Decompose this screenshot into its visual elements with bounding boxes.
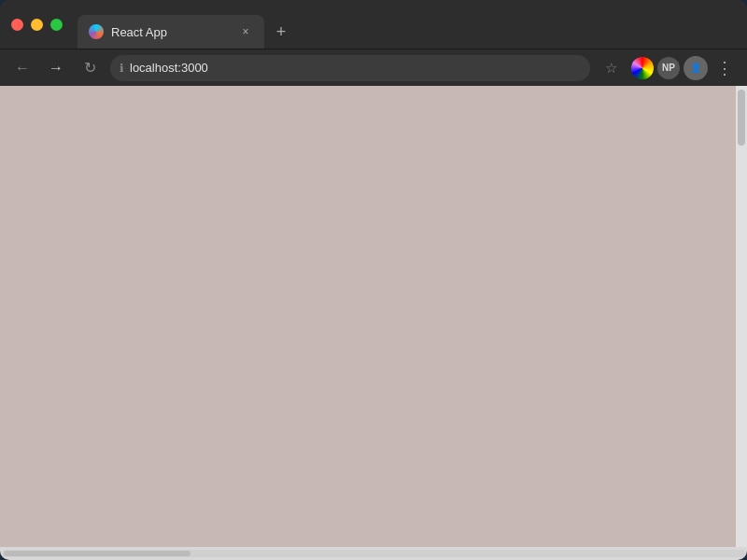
address-bar[interactable]: ℹ localhost:3000	[110, 55, 590, 81]
np-extension-icon[interactable]: NP	[657, 57, 680, 79]
browser-window: React App × + ← → ↻ ℹ localhost:3000 ☆ N…	[0, 0, 747, 560]
horizontal-scrollbar-bar	[0, 547, 747, 560]
menu-dots-icon: ⋮	[716, 58, 733, 78]
maximize-button[interactable]	[50, 19, 63, 31]
browser-content	[0, 86, 747, 547]
np-label: NP	[662, 63, 675, 73]
forward-icon: →	[49, 60, 63, 77]
horizontal-scrollbar-track[interactable]	[2, 550, 745, 557]
back-button[interactable]: ←	[9, 55, 35, 81]
close-button[interactable]	[11, 19, 23, 31]
minimize-button[interactable]	[31, 19, 43, 31]
horizontal-scrollbar-thumb[interactable]	[4, 551, 190, 556]
browser-tab[interactable]: React App ×	[78, 15, 264, 49]
avatar-icon: 👤	[690, 63, 701, 73]
reload-icon: ↻	[84, 59, 96, 77]
bookmark-icon: ☆	[605, 60, 617, 77]
browser-menu-button[interactable]: ⋮	[712, 55, 738, 81]
rainbow-extension-icon[interactable]	[631, 57, 654, 79]
info-icon: ℹ	[120, 62, 124, 75]
tab-close-button[interactable]: ×	[238, 24, 253, 39]
traffic-lights	[11, 19, 63, 31]
extensions-area: NP 👤 ⋮	[631, 55, 738, 81]
webpage	[0, 86, 736, 547]
tab-title: React App	[111, 25, 231, 39]
tabs-area: React App × +	[78, 0, 736, 49]
reload-button[interactable]: ↻	[77, 55, 103, 81]
back-icon: ←	[15, 60, 30, 77]
forward-button[interactable]: →	[43, 55, 69, 81]
url-text: localhost:3000	[130, 61, 208, 75]
bookmark-button[interactable]: ☆	[598, 55, 624, 81]
nav-bar: ← → ↻ ℹ localhost:3000 ☆ NP 👤 ⋮	[0, 49, 747, 86]
tab-favicon-icon	[89, 24, 104, 39]
new-tab-button[interactable]: +	[268, 19, 294, 45]
title-bar: React App × +	[0, 0, 747, 49]
vertical-scrollbar-thumb[interactable]	[738, 90, 745, 146]
vertical-scrollbar[interactable]	[736, 86, 747, 547]
user-avatar[interactable]: 👤	[684, 56, 708, 80]
